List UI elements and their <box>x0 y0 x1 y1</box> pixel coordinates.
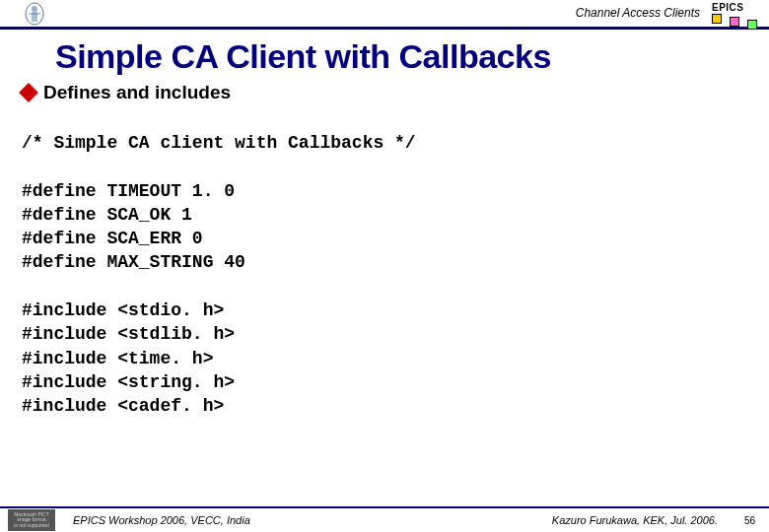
slide-header: Channel Access Clients EPICS <box>0 0 769 30</box>
slide-footer: Macintosh PICT image format is not suppo… <box>0 506 769 532</box>
footer-left-text: EPICS Workshop 2006, VECC, India <box>73 514 250 526</box>
epics-logo-text: EPICS <box>712 2 761 13</box>
square-icon <box>712 14 722 24</box>
square-icon <box>747 20 757 30</box>
emblem-icon <box>10 0 59 28</box>
header-label: Channel Access Clients <box>576 6 700 20</box>
svg-point-1 <box>32 6 37 12</box>
footer-right-text: Kazuro Furukawa, KEK, Jul. 2006. <box>552 514 718 526</box>
epics-logo: EPICS <box>712 2 761 32</box>
page-number: 56 <box>744 515 755 526</box>
bullet-diamond-icon <box>19 83 38 102</box>
unsupported-image-badge: Macintosh PICT image format is not suppo… <box>8 509 55 531</box>
slide-title: Simple CA Client with Callbacks <box>0 30 769 80</box>
svg-rect-2 <box>32 12 37 22</box>
badge-line: is not supported <box>14 523 49 529</box>
code-block: /* Simple CA client with Callbacks */ #d… <box>0 103 769 419</box>
square-icon <box>730 17 739 27</box>
epics-logo-squares <box>712 14 759 30</box>
subheading-row: Defines and includes <box>0 82 769 103</box>
subheading-text: Defines and includes <box>43 82 231 103</box>
